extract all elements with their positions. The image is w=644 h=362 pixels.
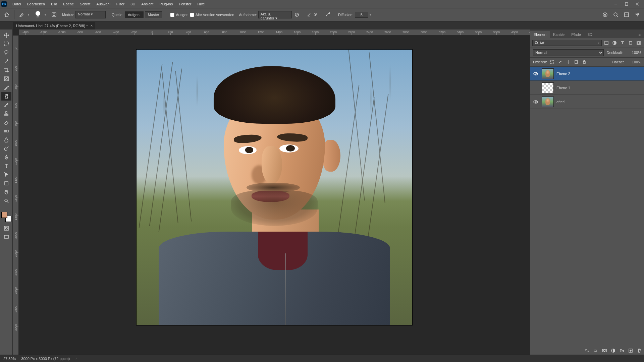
edit-toolbar[interactable]: ⋯ [1,205,11,210]
gradient-tool[interactable] [1,127,11,135]
maximize-button[interactable] [621,0,632,8]
diffusion-value[interactable]: 5 [355,12,368,18]
visibility-toggle[interactable] [532,84,539,91]
brush-settings-icon[interactable] [49,10,59,19]
visibility-toggle[interactable] [532,99,539,105]
stamp-tool[interactable] [1,109,11,118]
move-tool[interactable] [1,31,11,40]
layer-filter-select[interactable]: ▾ [532,40,602,46]
tab-3d[interactable]: 3D [584,31,596,38]
foreground-color-swatch[interactable] [1,212,7,218]
filter-type-icon[interactable] [619,40,626,46]
menu-ebene[interactable]: Ebene [60,0,77,8]
tab-pfade[interactable]: Pfade [568,31,584,38]
filter-shape-icon[interactable] [627,40,634,46]
chevron-down-icon[interactable]: ▾ [28,13,31,16]
crop-tool[interactable] [1,66,11,74]
vertical-ruler[interactable]: 0200400600800100012001400160018002000220… [13,36,19,355]
path-select-tool[interactable] [1,170,11,179]
layer-name[interactable]: Ebene 1 [556,86,570,90]
panel-menu-icon[interactable]: ≡ [635,31,644,38]
search-icon[interactable] [611,10,621,19]
tab-kanaele[interactable]: Kanäle [550,31,568,38]
filter-smart-icon[interactable] [635,40,642,46]
healing-brush-tool[interactable] [1,92,11,101]
brush-preview[interactable]: 23 [33,9,43,20]
filter-pixel-icon[interactable] [603,40,610,46]
delete-layer-icon[interactable] [637,348,642,353]
chevron-down-icon[interactable]: ▾ [370,13,373,16]
close-button[interactable] [632,0,643,8]
color-swatches[interactable] [1,212,11,222]
lock-pixels-icon[interactable] [557,59,563,65]
fill-value[interactable]: 100% [626,60,641,64]
layer-row[interactable]: Ebene 2 [530,67,644,81]
menu-plugins[interactable]: Plug-ins [156,0,176,8]
angle-value[interactable]: 0° [314,13,318,17]
hand-tool[interactable] [1,188,11,196]
menu-auswahl[interactable]: Auswahl [93,0,113,8]
layer-blend-select[interactable]: Normal [533,49,604,56]
wand-tool[interactable] [1,57,11,66]
blur-tool[interactable] [1,135,11,144]
new-layer-icon[interactable] [628,348,633,353]
brush-tool[interactable] [1,101,11,109]
menu-hilfe[interactable]: Hilfe [194,0,208,8]
canvas-viewport[interactable] [19,36,530,355]
lock-artboard-icon[interactable] [573,59,579,65]
menu-fenster[interactable]: Fenster [176,0,194,8]
menu-bearbeiten[interactable]: Bearbeiten [24,0,48,8]
link-layers-icon[interactable] [584,348,590,353]
eyedropper-tool[interactable] [1,83,11,92]
legacy-checkbox[interactable]: Alte Version verwenden [190,13,234,17]
document-canvas[interactable] [137,50,412,325]
visibility-toggle[interactable] [532,70,539,77]
type-tool[interactable] [1,162,11,170]
aligned-checkbox[interactable]: Ausger. [170,13,188,17]
source-pattern-button[interactable]: Muster [145,11,162,18]
home-icon[interactable] [2,10,11,19]
opacity-value[interactable]: 100% [626,51,641,55]
lock-transparent-icon[interactable] [549,59,555,65]
lock-all-icon[interactable] [581,59,587,65]
adjustment-layer-icon[interactable] [610,348,616,353]
tab-ebenen[interactable]: Ebenen [530,31,550,38]
layer-fx-icon[interactable]: fx [593,348,598,353]
zoom-tool[interactable] [1,196,11,205]
filter-input[interactable] [540,41,597,45]
group-icon[interactable] [619,348,625,353]
eraser-tool[interactable] [1,118,11,127]
document-tab[interactable]: Unbenannt-1 bei 27,4% (Ebene 2, RGB/8) *… [13,22,95,29]
layer-thumbnail[interactable] [542,68,554,79]
horizontal-ruler[interactable]: -400-1200-1000-800-600-400-2000200400600… [19,29,530,36]
frame-tool[interactable] [1,74,11,83]
layer-thumbnail[interactable] [542,82,554,93]
pen-tool[interactable] [1,153,11,162]
layer-row[interactable]: Ebene 1 [530,81,644,95]
chevron-right-icon[interactable]: 〉 [75,356,79,361]
layer-name[interactable]: after1 [556,100,566,104]
pressure-size-icon[interactable] [324,11,331,18]
layer-row[interactable]: after1 [530,95,644,109]
menu-filter[interactable]: Filter [113,0,127,8]
workspace-icon[interactable] [622,10,631,19]
sample-select[interactable]: Akt. u. darunter ▾ [258,11,292,18]
menu-bild[interactable]: Bild [48,0,60,8]
screenmode-tool[interactable] [1,233,11,241]
close-icon[interactable]: × [90,23,93,28]
menu-3d[interactable]: 3D [127,0,138,8]
layer-mask-icon[interactable] [602,348,607,353]
ignore-adjustment-icon[interactable] [293,11,301,18]
filter-adjust-icon[interactable] [611,40,618,46]
cloud-docs-icon[interactable] [600,10,610,19]
tool-preset-icon[interactable] [17,10,26,19]
menu-ansicht[interactable]: Ansicht [138,0,156,8]
layer-name[interactable]: Ebene 2 [556,72,570,76]
chevron-down-icon[interactable]: ▾ [45,13,48,16]
lock-position-icon[interactable] [565,59,571,65]
menu-datei[interactable]: Datei [9,0,24,8]
shape-tool[interactable] [1,179,11,188]
menu-schrift[interactable]: Schrift [77,0,93,8]
share-icon[interactable] [633,10,642,19]
minimize-button[interactable] [610,0,621,8]
